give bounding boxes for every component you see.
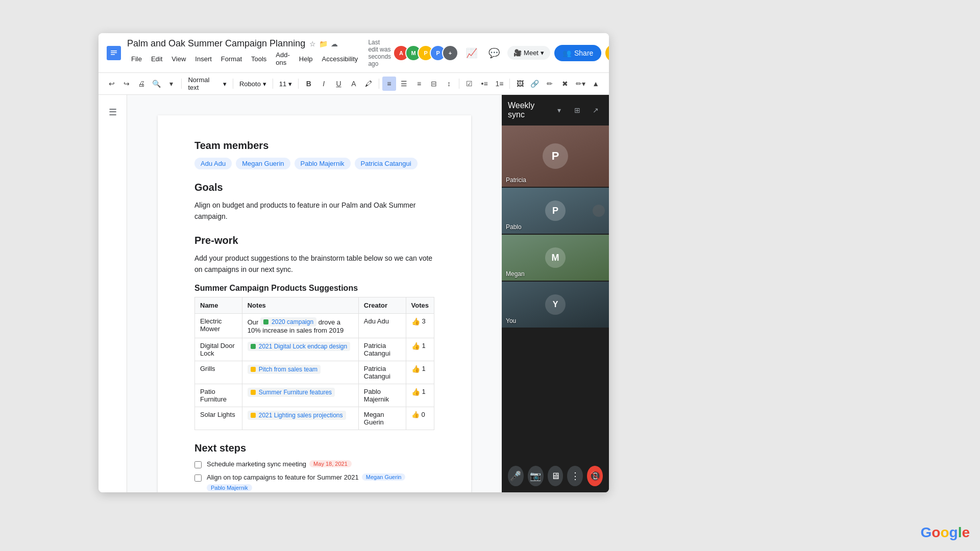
checklist-button[interactable]: ☑: [462, 77, 476, 91]
underline-button[interactable]: U: [332, 77, 346, 91]
cell-notes-4: Summer Furniture features: [242, 384, 358, 407]
chip-adu[interactable]: Adu Adu: [194, 158, 232, 169]
outline-icon[interactable]: ☰: [104, 103, 122, 121]
redo-button[interactable]: ↪: [119, 77, 133, 91]
menu-edit[interactable]: Edit: [147, 54, 166, 64]
goals-heading: Goals: [194, 182, 434, 193]
italic-button[interactable]: I: [317, 77, 331, 91]
meet-expand-button[interactable]: ↗: [589, 103, 603, 117]
menu-insert[interactable]: Insert: [191, 54, 216, 64]
menu-view[interactable]: View: [167, 54, 190, 64]
svg-rect-1: [111, 51, 117, 52]
align-center-button[interactable]: ☰: [397, 77, 411, 91]
meet-chevron-icon: ▾: [541, 49, 544, 57]
bold-button[interactable]: B: [302, 77, 315, 91]
video-tile-pablo[interactable]: P Pablo: [502, 188, 609, 234]
mic-button[interactable]: 🎤: [508, 466, 524, 486]
video-tile-you[interactable]: Y You: [502, 282, 609, 328]
video-tile-patricia[interactable]: P Patricia: [502, 126, 609, 187]
link-2020-campaign[interactable]: 2020 campaign: [260, 317, 316, 327]
meet-layout-button[interactable]: ⊞: [570, 103, 584, 117]
font-size-selector[interactable]: 11 ▾: [276, 79, 295, 89]
link-lighting[interactable]: 2021 Lighting sales projections: [248, 411, 346, 420]
link-pitch[interactable]: Pitch from sales team: [248, 365, 321, 374]
meet-header: Weekly sync ▾ ⊞ ↗: [502, 95, 609, 126]
col-notes: Notes: [242, 297, 358, 313]
menu-help[interactable]: Help: [295, 54, 317, 64]
text-style-chevron-icon: ▾: [223, 80, 227, 88]
more-button[interactable]: ✖: [558, 77, 572, 91]
link-button[interactable]: 🔗: [528, 77, 542, 91]
cell-votes-1: 👍3: [406, 313, 434, 338]
zoom-dropdown[interactable]: ▾: [164, 77, 178, 91]
link-summer-furniture[interactable]: Summer Furniture features: [248, 388, 335, 397]
task-2-text: Align on top campaigns to feature for Su…: [207, 473, 359, 481]
task-2-person-2: Pablo Majernik: [207, 484, 252, 491]
link-digital-lock[interactable]: 2021 Digital Lock endcap design: [248, 342, 350, 351]
table-row: Electric Mower Our 2020 campaign drove a…: [195, 313, 434, 338]
line-spacing-button[interactable]: ↕: [442, 77, 456, 91]
video-tile-megan[interactable]: M Megan: [502, 235, 609, 281]
numbered-list-button[interactable]: 1≡: [493, 77, 506, 91]
drawing-button[interactable]: ✏: [543, 77, 557, 91]
cell-name-2: Digital Door Lock: [195, 338, 242, 361]
comments-button[interactable]: 💬: [485, 44, 503, 62]
align-right-button[interactable]: ≡: [412, 77, 426, 91]
present-button[interactable]: 🖥: [548, 466, 564, 486]
share-label: Share: [574, 49, 593, 57]
toolbar-divider-3: [273, 79, 273, 89]
font-selector[interactable]: Roboto ▾: [236, 79, 270, 89]
participant-label-pablo: Pablo: [506, 223, 522, 231]
task-2-person-1: Megan Guerin: [362, 473, 406, 481]
chip-patricia[interactable]: Patricia Catangui: [355, 158, 418, 169]
camera-button[interactable]: 📷: [528, 466, 544, 486]
cell-name-5: Solar Lights: [195, 407, 242, 430]
bullet-list-button[interactable]: •≡: [477, 77, 491, 91]
menu-addons[interactable]: Add-ons: [272, 50, 293, 67]
menu-accessibility[interactable]: Accessibility: [318, 54, 362, 64]
font-chevron-icon: ▾: [263, 80, 266, 88]
highlight-button[interactable]: 🖍: [361, 77, 375, 91]
folder-icon[interactable]: 📁: [319, 40, 328, 48]
task-2-label: Align on top campaigns to feature for Su…: [207, 473, 434, 491]
cell-notes-5: 2021 Lighting sales projections: [242, 407, 358, 430]
task-1-checkbox[interactable]: [194, 461, 202, 468]
end-call-button[interactable]: 📵: [587, 466, 603, 486]
user-avatar[interactable]: U: [605, 44, 609, 62]
more-options-button[interactable]: ⋮: [567, 466, 583, 486]
col-name: Name: [195, 297, 242, 313]
print-button[interactable]: 🖨: [135, 77, 149, 91]
image-button[interactable]: 🖼: [513, 77, 527, 91]
menu-tools[interactable]: Tools: [247, 54, 271, 64]
collapse-button[interactable]: ▲: [589, 77, 603, 91]
meet-controls: 🎤 📷 🖥 ⋮ 📵: [502, 460, 609, 492]
avatar-overflow[interactable]: +: [442, 45, 458, 61]
zoom-button[interactable]: 🔍: [150, 77, 163, 91]
activity-button[interactable]: 📈: [462, 44, 481, 62]
cloud-icon[interactable]: ☁: [331, 40, 338, 48]
undo-button[interactable]: ↩: [105, 77, 118, 91]
share-button[interactable]: 👥 Share: [554, 45, 601, 61]
title-group: Palm and Oak Summer Campaign Planning ☆ …: [127, 38, 362, 67]
font-value: Roboto: [239, 80, 261, 88]
cell-notes-2: 2021 Digital Lock endcap design: [242, 338, 358, 361]
meet-dropdown-button[interactable]: ▾: [552, 103, 566, 117]
task-1: Schedule marketing sync meeting May 18, …: [194, 460, 434, 468]
menu-format[interactable]: Format: [217, 54, 246, 64]
edit-mode-button[interactable]: ✏▾: [574, 77, 587, 91]
video-grid: P Patricia P Pablo M Meg: [502, 126, 609, 460]
text-style-selector[interactable]: Normal text ▾: [185, 75, 230, 92]
text-color-button[interactable]: A: [347, 77, 360, 91]
chip-megan[interactable]: Megan Guerin: [236, 158, 290, 169]
star-icon[interactable]: ☆: [309, 40, 316, 48]
justify-button[interactable]: ⊟: [427, 77, 441, 91]
menu-file[interactable]: File: [127, 54, 146, 64]
prework-heading: Pre-work: [194, 235, 434, 246]
task-2-checkbox[interactable]: [194, 474, 202, 482]
google-logo: Google: [921, 524, 970, 541]
chip-pablo[interactable]: Pablo Majernik: [295, 158, 351, 169]
align-left-button[interactable]: ≡: [382, 77, 396, 91]
meet-button[interactable]: 🎥 Meet ▾: [507, 46, 550, 60]
table-row: Digital Door Lock 2021 Digital Lock endc…: [195, 338, 434, 361]
avatar-group: A M P P +: [397, 45, 458, 61]
